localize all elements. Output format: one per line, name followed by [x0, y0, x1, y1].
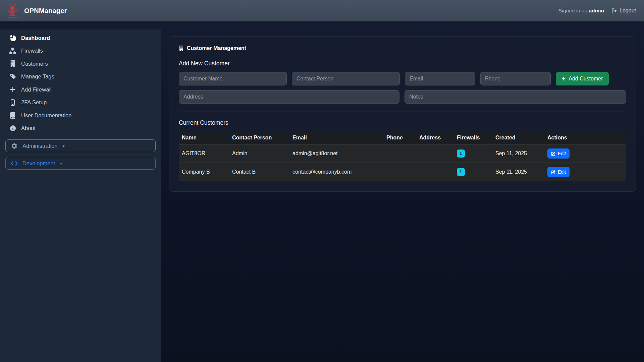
navbar-right: Signed in asadmin Logout	[558, 8, 636, 14]
column-header-phone: Phone	[383, 131, 416, 144]
card-header: Customer Management	[179, 45, 626, 51]
building-icon	[179, 46, 184, 51]
sidebar-item-about[interactable]: About	[5, 122, 156, 135]
app-logo-icon: AGIT8OR	[5, 3, 19, 19]
cell-phone	[383, 163, 416, 181]
column-header-email: Email	[289, 131, 383, 144]
sidebar-item-customers[interactable]: Customers	[5, 57, 156, 70]
cell-name: Company B	[179, 163, 229, 181]
administration-menu-label: Administration	[22, 143, 58, 149]
sidebar-item-2fa-setup[interactable]: 2FA Setup	[5, 96, 156, 109]
sidebar-item-label: Customers	[21, 61, 48, 67]
info-circle-icon	[9, 125, 17, 132]
cell-created: Sep 11, 2025	[492, 163, 544, 181]
customer-name-input[interactable]	[179, 72, 287, 85]
cell-phone	[383, 144, 416, 163]
sidebar-nav: Dashboard Firewalls	[5, 32, 156, 135]
book-icon	[9, 112, 17, 119]
cell-address	[416, 144, 454, 163]
firewall-count-badge: 1	[457, 168, 465, 176]
edit-button[interactable]: Edit	[547, 167, 570, 177]
phone-input[interactable]	[480, 72, 551, 85]
cell-name: AGIT8OR	[179, 144, 229, 163]
column-header-firewalls: Firewalls	[454, 131, 492, 144]
pie-chart-icon	[9, 34, 17, 42]
sitemap-icon	[9, 47, 17, 55]
sidebar-item-label: Dashboard	[21, 35, 50, 41]
firewall-count-badge: 1	[457, 149, 465, 158]
edit-button-label: Edit	[558, 169, 566, 175]
cell-actions: Edit	[544, 163, 626, 181]
cell-email: admin@agit8or.net	[289, 144, 383, 163]
pencil-square-icon	[551, 152, 555, 156]
sidebar-item-firewalls[interactable]: Firewalls	[5, 45, 156, 58]
contact-person-input[interactable]	[292, 72, 400, 85]
development-menu-button[interactable]: Development ▾	[5, 157, 156, 170]
sidebar: Dashboard Firewalls	[0, 29, 161, 362]
administration-menu-button[interactable]: Administration ▾	[5, 139, 156, 152]
cell-address	[416, 163, 454, 181]
logout-label: Logout	[620, 8, 636, 14]
add-customer-form-row-1: + Add Customer	[179, 72, 626, 85]
edit-button[interactable]: Edit	[547, 148, 570, 159]
customers-table: Name Contact Person Email Phone Address …	[179, 131, 626, 181]
column-header-contact-person: Contact Person	[229, 131, 289, 144]
logout-icon	[611, 8, 617, 14]
development-menu-label: Development	[22, 160, 55, 167]
tag-icon	[9, 73, 17, 80]
add-customer-form-row-2	[179, 90, 626, 104]
pencil-square-icon	[551, 170, 555, 174]
building-icon	[9, 60, 17, 67]
table-row: Company B Contact B contact@companyb.com…	[179, 163, 626, 181]
add-customer-button[interactable]: + Add Customer	[556, 72, 609, 85]
sidebar-item-label: Firewalls	[21, 48, 43, 54]
add-new-customer-heading: Add New Customer	[179, 60, 626, 67]
signed-in-username: admin	[589, 8, 604, 13]
logout-button[interactable]: Logout	[611, 8, 636, 14]
brand: AGIT8OR OPNManager	[5, 3, 67, 19]
cell-firewalls: 1	[454, 163, 492, 181]
section-divider	[179, 112, 626, 112]
address-input[interactable]	[179, 90, 399, 104]
sidebar-item-dashboard[interactable]: Dashboard	[5, 32, 156, 45]
edit-button-label: Edit	[558, 151, 566, 156]
cell-created: Sep 11, 2025	[492, 144, 544, 163]
sidebar-item-manage-tags[interactable]: Manage Tags	[5, 70, 156, 83]
sidebar-item-label: User Documentation	[21, 112, 71, 119]
column-header-name: Name	[179, 131, 229, 144]
gear-icon	[10, 143, 18, 149]
sidebar-item-user-documentation[interactable]: User Documentation	[5, 109, 156, 122]
column-header-actions: Actions	[544, 131, 626, 144]
top-navbar: AGIT8OR OPNManager Signed in asadmin Log…	[0, 0, 644, 21]
current-customers-heading: Current Customers	[179, 119, 626, 126]
sidebar-item-add-firewall[interactable]: Add Firewall	[5, 83, 156, 96]
sidebar-item-label: 2FA Setup	[21, 99, 47, 106]
customer-management-card: Customer Management Add New Customer + A…	[169, 36, 636, 192]
mobile-icon	[9, 99, 17, 106]
app-title: OPNManager	[24, 7, 67, 15]
signed-in-label: Signed in as	[558, 8, 587, 13]
chevron-down-icon: ▾	[60, 161, 62, 166]
logo-text: AGIT8OR	[8, 16, 17, 19]
plus-icon	[9, 86, 17, 93]
cell-actions: Edit	[544, 144, 626, 163]
chevron-down-icon: ▾	[63, 144, 65, 148]
page-title: Customer Management	[187, 45, 246, 51]
customers-table-header: Name Contact Person Email Phone Address …	[179, 131, 626, 144]
column-header-address: Address	[416, 131, 454, 144]
signed-in-status: Signed in asadmin	[558, 8, 604, 14]
cell-contact-person: Contact B	[229, 163, 289, 181]
sidebar-item-label: About	[21, 125, 36, 131]
sidebar-item-label: Manage Tags	[21, 73, 54, 80]
main-content: Customer Management Add New Customer + A…	[161, 21, 644, 192]
add-customer-button-label: Add Customer	[569, 76, 603, 82]
notes-input[interactable]	[405, 90, 626, 104]
cell-contact-person: Admin	[229, 144, 289, 163]
cell-email: contact@companyb.com	[289, 163, 383, 181]
code-icon	[10, 161, 18, 166]
sidebar-item-label: Add Firewall	[21, 86, 52, 93]
email-input[interactable]	[405, 72, 475, 85]
column-header-created: Created	[492, 131, 544, 144]
table-row: AGIT8OR Admin admin@agit8or.net 1 Sep 11…	[179, 144, 626, 163]
plus-icon: +	[561, 75, 566, 82]
